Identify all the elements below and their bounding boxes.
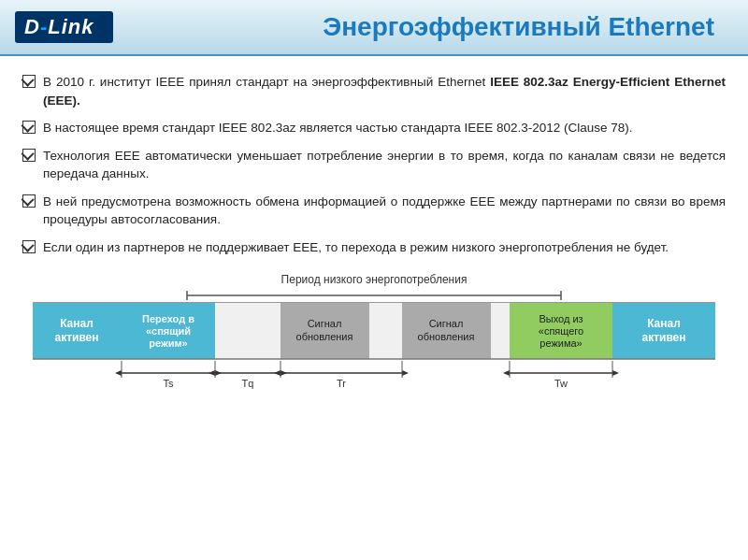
box-wake-line2: «спящего xyxy=(539,325,583,337)
tr-arrow-right xyxy=(402,370,409,376)
gap-2 xyxy=(369,303,402,359)
logo: D-Link® xyxy=(15,11,113,43)
low-power-label: Период низкого энергопотребления xyxy=(281,273,468,286)
logo-dot: - xyxy=(40,15,48,38)
box-signal-1-line2: обновления xyxy=(296,331,353,342)
ts-arrow-left xyxy=(115,370,122,376)
box-wake-line1: Выход из xyxy=(539,313,583,324)
bullet-text-3: Технология EEE автоматически уменьшает п… xyxy=(43,147,726,183)
box-canal-2-line2: активен xyxy=(641,331,685,344)
bullet-text-2: В настоящее время стандарт IEEE 802.3az … xyxy=(43,119,726,137)
bullet-checkbox-2 xyxy=(22,121,36,134)
tq-arrow-left xyxy=(209,370,215,376)
box-canal-1-line2: активен xyxy=(54,331,98,344)
logo-area: D-Link® xyxy=(15,11,113,43)
gap-3 xyxy=(491,303,510,359)
box-signal-2-line2: обновления xyxy=(418,331,475,342)
logo-link: Link xyxy=(48,15,94,38)
tr-label: Tr xyxy=(337,378,346,389)
bullet-1: В 2010 г. институт IEEE принял стандарт … xyxy=(22,73,726,109)
bullet-checkbox-5 xyxy=(22,240,36,253)
box-canal-1-line1: Канал xyxy=(60,317,94,330)
bullet-text-1: В 2010 г. институт IEEE принял стандарт … xyxy=(43,73,726,109)
page-title-area: Энергоэффективный Ethernet xyxy=(113,12,733,42)
header: D-Link® Энергоэффективный Ethernet xyxy=(0,0,748,56)
logo-d: D xyxy=(24,15,40,38)
tr-arrow-left xyxy=(274,370,280,376)
box-signal-1-line1: Сигнал xyxy=(308,318,342,329)
bullet-5: Если один из партнеров не поддерживает E… xyxy=(22,238,726,257)
bullet-checkbox-4 xyxy=(22,194,36,208)
bullet-text-4: В ней предусмотрена возможность обмена и… xyxy=(43,193,726,229)
bullet-4: В ней предусмотрена возможность обмена и… xyxy=(22,193,726,229)
page-title: Энергоэффективный Ethernet xyxy=(323,12,714,41)
box-sleep-line3: режим» xyxy=(149,337,188,349)
bullet-checkbox-3 xyxy=(22,149,36,162)
tw-label: Tw xyxy=(554,378,568,389)
diagram-svg: Период низкого энергопотребления Канал а… xyxy=(28,270,720,392)
bullet-bold-1: IEEE 802.3az Energy-Efficient Ethernet (… xyxy=(43,75,726,108)
box-canal-2-line1: Канал xyxy=(647,317,681,330)
box-sleep-line1: Переход в xyxy=(142,313,194,324)
box-sleep-line2: «спящий xyxy=(146,325,191,337)
box-wake-line3: режима» xyxy=(539,337,582,349)
content: В 2010 г. институт IEEE принял стандарт … xyxy=(0,56,748,401)
tw-arrow-right xyxy=(612,370,619,376)
logo-trademark: ® xyxy=(95,18,103,28)
tw-arrow-left xyxy=(503,370,510,376)
box-signal-2-line1: Сигнал xyxy=(429,318,464,329)
diagram-container: Период низкого энергопотребления Канал а… xyxy=(28,270,720,392)
tq-label: Tq xyxy=(242,378,254,389)
bullet-text-5: Если один из партнеров не поддерживает E… xyxy=(43,238,726,257)
gap-1 xyxy=(215,303,280,359)
bullet-2: В настоящее время стандарт IEEE 802.3az … xyxy=(22,119,726,137)
bullet-checkbox-1 xyxy=(22,75,36,88)
ts-label: Ts xyxy=(164,378,175,389)
bullet-3: Технология EEE автоматически уменьшает п… xyxy=(22,147,726,183)
